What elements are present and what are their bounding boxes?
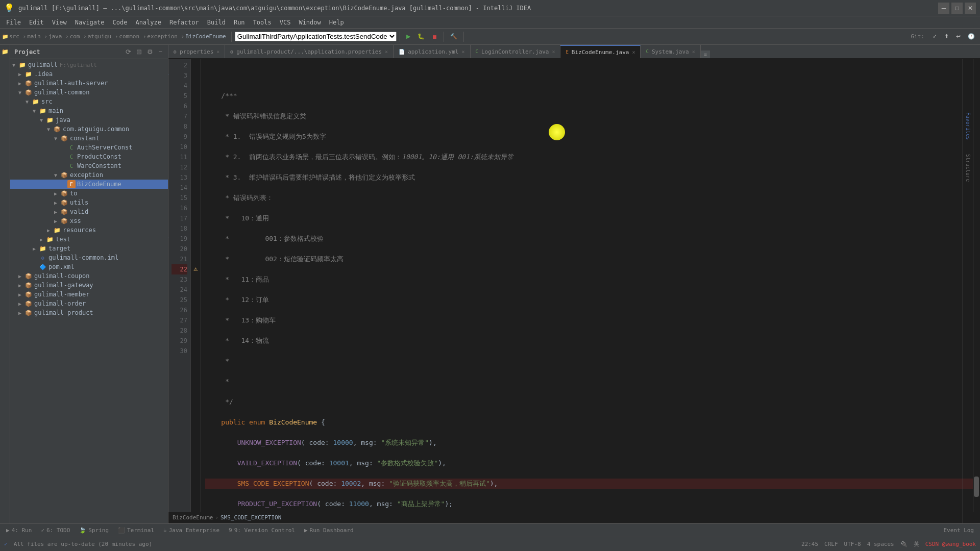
build-button[interactable]: 🔨 [447, 30, 460, 43]
menu-item-run[interactable]: Run [230, 18, 249, 27]
tab-close-button[interactable]: × [385, 49, 388, 55]
tree-item-bizcodeenume[interactable]: ▶ E BizCodeEnume [10, 180, 168, 189]
tree-item-test[interactable]: ▶ 📁 test [10, 235, 168, 244]
todo-tab[interactable]: ✓ 6: TODO [37, 524, 74, 537]
tree-item-to[interactable]: ▶ 📦 to [10, 189, 168, 198]
java-enterprise-tab[interactable]: ☕ Java Enterprise [159, 524, 224, 537]
favorites-button[interactable]: Favorites [964, 110, 972, 142]
tab-close-button[interactable]: × [461, 49, 464, 55]
minimap-scrollbar[interactable] [973, 59, 980, 512]
tab-logincontroller[interactable]: C LoginController.java × [471, 45, 561, 58]
menu-item-file[interactable]: File [2, 18, 25, 27]
version-control-tab[interactable]: 9 9: Version Control [225, 524, 299, 537]
tree-item-iml[interactable]: ▶ ⚙ gulimall-common.iml [10, 253, 168, 262]
code-editor[interactable]: 2 3 ▼ 4 5 6 7 8 9 10 11 12 13 14 15 16 1… [168, 59, 980, 512]
git-push-button[interactable]: ↩ [953, 30, 964, 43]
event-log-link[interactable]: Event Log [939, 527, 978, 534]
menu-item-code[interactable]: Code [109, 18, 132, 27]
tab-system[interactable]: C System.java × [641, 45, 700, 58]
crlf-indicator[interactable]: CRLF [824, 541, 838, 547]
tree-item-xss[interactable]: ▶ 📦 xss [10, 216, 168, 226]
run-config-select[interactable]: GulimallThirdPartyApplicationTests.testS… [235, 32, 397, 41]
tree-item-idea[interactable]: ▶ 📁 .idea [10, 69, 168, 79]
encoding-indicator[interactable]: UTF-8 [844, 541, 861, 547]
menu-item-view[interactable]: View [48, 18, 71, 27]
tree-label: gulimall-auth-server [34, 80, 108, 87]
git-history-button[interactable]: 🕐 [965, 30, 978, 43]
tab-close-button[interactable]: × [632, 49, 635, 55]
git-update-button[interactable]: ✓ [929, 30, 940, 43]
tree-label: gulimall-member [34, 291, 89, 298]
terminal-tab[interactable]: ⬛ Terminal [114, 524, 158, 537]
tab-properties[interactable]: ⚙ properties × [168, 45, 225, 58]
lang-indicator[interactable]: 英 [914, 540, 919, 548]
tab-bizcodeenume[interactable]: E BizCodeEnume.java × [560, 45, 641, 58]
tree-item-resources[interactable]: ▶ 📁 resources [10, 226, 168, 235]
path-item-sms[interactable]: SMS_CODE_EXCEPTION [220, 514, 281, 521]
menu-item-build[interactable]: Build [203, 18, 230, 27]
tree-item-authserverconst[interactable]: ▶ C AuthServerConst [10, 143, 168, 152]
tree-label: constant [70, 135, 100, 142]
tab-close-button[interactable]: × [216, 49, 219, 55]
fold-marker[interactable]: ▼ [168, 72, 169, 79]
tree-item-src[interactable]: ▼ 📁 src [10, 97, 168, 106]
tree-item-java[interactable]: ▼ 📁 java [10, 115, 168, 124]
tree-item-wareconstant[interactable]: ▶ C WareConstant [10, 161, 168, 170]
menu-item-analyze[interactable]: Analyze [131, 18, 165, 27]
tree-item-gulimall[interactable]: ▼ 📁 gulimall F:\gulimall [10, 60, 168, 69]
run-dashboard-tab[interactable]: ▶ Run Dashboard [300, 524, 358, 537]
menu-item-navigate[interactable]: Navigate [71, 18, 109, 27]
stop-button[interactable]: ⏹ [429, 30, 440, 43]
tree-item-common[interactable]: ▼ 📦 gulimall-common [10, 88, 168, 97]
menu-item-vcs[interactable]: VCS [276, 18, 295, 27]
menu-item-window[interactable]: Window [295, 18, 325, 27]
close-panel-button[interactable]: − [157, 47, 164, 57]
tree-item-target[interactable]: ▶ 📁 target [10, 244, 168, 253]
menu-item-help[interactable]: Help [325, 18, 348, 27]
tab-overflow-indicator[interactable]: ≡ [701, 51, 710, 58]
debug-button[interactable]: 🐛 [414, 30, 428, 43]
tree-item-constant[interactable]: ▼ 📦 constant [10, 134, 168, 143]
tree-item-valid[interactable]: ▶ 📦 valid [10, 207, 168, 216]
tree-item-product[interactable]: ▶ 📦 gulimall-product [10, 308, 168, 317]
project-view-button[interactable]: 📁 [1, 47, 10, 56]
tree-item-order[interactable]: ▶ 📦 gulimall-order [10, 299, 168, 308]
tree-item-package[interactable]: ▼ 📦 com.atguigu.common [10, 124, 168, 134]
tab-app-properties[interactable]: ⚙ gulimall-product/...\application.prope… [225, 45, 394, 58]
collapse-all-button[interactable]: ⊟ [135, 47, 143, 57]
tree-item-exception[interactable]: ▼ 📦 exception [10, 170, 168, 180]
maximize-button[interactable]: □ [951, 3, 963, 14]
menu-item-edit[interactable]: Edit [25, 18, 48, 27]
sync-button[interactable]: ⟳ [124, 47, 133, 57]
fold-marker[interactable]: ▼ [168, 236, 169, 242]
tree-item-coupon[interactable]: ▶ 📦 gulimall-coupon [10, 271, 168, 281]
menu-item-refactor[interactable]: Refactor [165, 18, 203, 27]
menu-item-tools[interactable]: Tools [249, 18, 276, 27]
code-content[interactable]: /*** * 错误码和错误信息定义类 * 1. 错误码定义规则为5为数字 * 2… [201, 59, 973, 512]
spring-tab[interactable]: 🍃 Spring [75, 524, 113, 537]
indent-indicator[interactable]: 4 spaces [867, 541, 894, 547]
run-button[interactable]: ▶ [403, 30, 413, 43]
tab-yml[interactable]: 📄 application.yml × [394, 45, 470, 58]
git-commit-button[interactable]: ⬆ [941, 30, 952, 43]
minimize-button[interactable]: ─ [938, 3, 949, 14]
scroll-thumb[interactable] [974, 477, 979, 497]
path-item-bizcodeenume[interactable]: BizCodeEnume [173, 514, 213, 521]
tree-item-auth-server[interactable]: ▶ 📦 gulimall-auth-server [10, 79, 168, 88]
line-col-indicator[interactable]: 22:45 [801, 541, 818, 547]
tree-item-main[interactable]: ▼ 📁 main [10, 106, 168, 115]
csdn-indicator[interactable]: CSDN @wang_book [925, 541, 976, 547]
tree-item-productconst[interactable]: ▶ C ProductConst [10, 152, 168, 161]
tree-item-member[interactable]: ▶ 📦 gulimall-member [10, 290, 168, 299]
status-right: 22:45 CRLF UTF-8 4 spaces 🔌 英 CSDN @wang… [801, 540, 976, 548]
tab-close-button[interactable]: × [692, 49, 695, 55]
settings-button[interactable]: ⚙ [145, 47, 155, 57]
tree-item-pom[interactable]: ▶ 🔷 pom.xml [10, 262, 168, 271]
tree-item-utils[interactable]: ▶ 📦 utils [10, 198, 168, 207]
structure-button[interactable]: Structure [964, 152, 972, 184]
tree-item-gateway[interactable]: ▶ 📦 gulimall-gateway [10, 281, 168, 290]
run-tab[interactable]: ▶ 4: Run [2, 524, 36, 537]
tab-close-button[interactable]: × [552, 49, 555, 55]
line-number: 5 [172, 91, 187, 101]
close-button[interactable]: ✕ [965, 3, 976, 14]
